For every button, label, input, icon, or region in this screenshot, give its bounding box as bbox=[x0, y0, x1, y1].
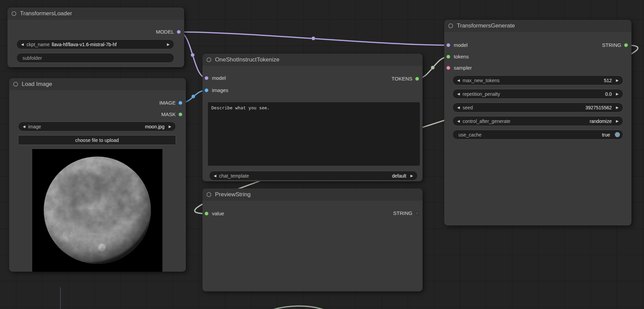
output-slot-string[interactable]: STRING bbox=[393, 209, 423, 217]
combo-right-arrow-icon[interactable]: ▶ bbox=[614, 106, 620, 109]
slot-label: STRING bbox=[393, 210, 412, 216]
slot-label: TOKENS bbox=[392, 76, 412, 81]
output-slot-model[interactable]: MODEL bbox=[156, 28, 184, 36]
image-port-icon[interactable] bbox=[178, 101, 182, 105]
node-title-bar[interactable]: PreviewString bbox=[202, 188, 423, 201]
collapse-dot-icon[interactable] bbox=[12, 11, 16, 16]
widget-label: repetition_penalty bbox=[463, 91, 500, 97]
node-title: TransformersLoader bbox=[20, 10, 72, 17]
widget-value[interactable]: 0.0 bbox=[502, 91, 612, 97]
output-slot-mask[interactable]: MASK bbox=[161, 110, 186, 119]
node-title: PreviewString bbox=[215, 191, 251, 198]
combo-left-arrow-icon[interactable]: ◀ bbox=[456, 92, 461, 96]
output-slot-image[interactable]: IMAGE bbox=[159, 99, 186, 107]
model-port-icon[interactable] bbox=[204, 76, 209, 80]
node-title: TransformersGenerate bbox=[457, 22, 515, 29]
widget-use-cache[interactable]: use_cache true bbox=[452, 130, 623, 140]
sampler-port-icon[interactable] bbox=[446, 66, 450, 70]
widget-label: subfolder bbox=[22, 55, 42, 61]
node-graph-canvas[interactable]: { "colors": { "model_port": "#b39ddb", "… bbox=[0, 0, 644, 309]
tokens-port-icon[interactable] bbox=[415, 77, 419, 81]
combo-right-arrow-icon[interactable]: ▶ bbox=[165, 42, 171, 46]
node-title: OneShotInstructTokenize bbox=[215, 56, 279, 63]
widget-label: chat_template bbox=[219, 173, 249, 179]
wire-midpoint-dot bbox=[431, 66, 435, 70]
input-slot-images[interactable]: images bbox=[202, 86, 228, 94]
node-title-bar[interactable]: Load Image bbox=[9, 78, 186, 90]
widget-value[interactable]: moon.jpg bbox=[42, 124, 164, 129]
node-preview-string[interactable]: PreviewString value STRING bbox=[202, 188, 423, 291]
node-transformers-generate[interactable]: TransformersGenerate model tokens sample… bbox=[444, 20, 631, 225]
node-title: Load Image bbox=[22, 81, 52, 88]
slot-label: STRING bbox=[602, 42, 621, 48]
output-slot-tokens[interactable]: TOKENS bbox=[392, 75, 423, 83]
moon-preview-image bbox=[32, 149, 162, 272]
combo-left-arrow-icon[interactable]: ◀ bbox=[456, 106, 461, 109]
node-title-bar[interactable]: TransformersLoader bbox=[7, 7, 184, 20]
combo-left-arrow-icon[interactable]: ◀ bbox=[456, 78, 461, 82]
widget-chat-template[interactable]: ◀ chat_template default ▶ bbox=[209, 171, 418, 181]
collapse-dot-icon[interactable] bbox=[207, 57, 211, 62]
collapse-dot-icon[interactable] bbox=[448, 23, 453, 28]
wire-midpoint-dot bbox=[312, 37, 315, 40]
combo-left-arrow-icon[interactable]: ◀ bbox=[212, 174, 218, 178]
widget-value[interactable]: randomize bbox=[512, 119, 612, 124]
slot-label: MODEL bbox=[156, 29, 174, 35]
node-oneshot-instruct-tokenize[interactable]: OneShotInstructTokenize model images TOK… bbox=[202, 54, 423, 181]
tokens-port-icon[interactable] bbox=[446, 55, 450, 59]
slot-label: model bbox=[212, 75, 226, 81]
combo-right-arrow-icon[interactable]: ▶ bbox=[167, 125, 173, 128]
widget-value[interactable]: 512 bbox=[501, 78, 612, 83]
node-title-bar[interactable]: OneShotInstructTokenize bbox=[202, 54, 423, 66]
image-port-icon[interactable] bbox=[204, 88, 209, 92]
input-slot-model[interactable]: model bbox=[202, 74, 226, 82]
combo-left-arrow-icon[interactable]: ◀ bbox=[21, 125, 27, 128]
node-transformers-loader[interactable]: TransformersLoader MODEL ◀ ckpt_name lla… bbox=[7, 7, 184, 67]
widget-image-file[interactable]: ◀ image moon.jpg ▶ bbox=[18, 122, 176, 131]
node-title-bar[interactable]: TransformersGenerate bbox=[444, 20, 631, 32]
wire-midpoint-dot bbox=[192, 95, 195, 98]
widget-subfolder[interactable]: subfolder bbox=[16, 53, 174, 63]
value-port-icon[interactable] bbox=[204, 212, 209, 216]
model-port-icon[interactable] bbox=[446, 43, 450, 47]
mask-port-icon[interactable] bbox=[178, 112, 182, 116]
button-label: choose file to upload bbox=[75, 138, 119, 143]
choose-file-button[interactable]: choose file to upload bbox=[18, 135, 176, 145]
string-port-icon[interactable] bbox=[415, 211, 419, 215]
combo-left-arrow-icon[interactable]: ◀ bbox=[20, 42, 25, 46]
input-slot-value[interactable]: value bbox=[202, 210, 224, 218]
input-slot-sampler[interactable]: sampler bbox=[444, 64, 472, 72]
slot-label: value bbox=[212, 211, 224, 216]
node-load-image[interactable]: Load Image IMAGE MASK ◀ image moon.jpg ▶… bbox=[9, 78, 186, 272]
widget-value[interactable]: llava-hf/llava-v1.6-mistral-7b-hf bbox=[52, 42, 165, 47]
widget-value[interactable]: 3927515562 bbox=[474, 105, 612, 110]
collapse-dot-icon[interactable] bbox=[13, 82, 18, 87]
widget-label: control_after_generate bbox=[463, 119, 510, 124]
string-port-icon[interactable] bbox=[624, 43, 628, 47]
prompt-textarea[interactable]: Describe what you see. bbox=[208, 102, 420, 166]
combo-right-arrow-icon[interactable]: ▶ bbox=[614, 119, 620, 123]
widget-value: true bbox=[483, 132, 610, 138]
toggle-on-icon[interactable] bbox=[615, 132, 620, 137]
collapse-dot-icon[interactable] bbox=[207, 192, 211, 197]
widget-repetition-penalty[interactable]: ◀ repetition_penalty 0.0 ▶ bbox=[452, 89, 623, 99]
slot-label: sampler bbox=[454, 65, 472, 71]
widget-label: image bbox=[28, 124, 41, 129]
input-slot-tokens[interactable]: tokens bbox=[444, 53, 469, 61]
input-slot-model[interactable]: model bbox=[444, 41, 468, 49]
combo-right-arrow-icon[interactable]: ▶ bbox=[614, 78, 620, 82]
widget-ckpt-name[interactable]: ◀ ckpt_name llava-hf/llava-v1.6-mistral-… bbox=[16, 39, 174, 49]
widget-value[interactable]: default bbox=[250, 173, 406, 179]
model-port-icon[interactable] bbox=[177, 30, 181, 34]
wire-midpoint-dot bbox=[191, 53, 195, 57]
combo-right-arrow-icon[interactable]: ▶ bbox=[409, 174, 414, 178]
widget-label: ckpt_name bbox=[26, 42, 50, 47]
combo-left-arrow-icon[interactable]: ◀ bbox=[456, 119, 461, 123]
widget-label: use_cache bbox=[458, 132, 482, 138]
combo-right-arrow-icon[interactable]: ▶ bbox=[614, 92, 620, 96]
widget-control-after-generate[interactable]: ◀ control_after_generate randomize ▶ bbox=[452, 116, 623, 126]
widget-seed[interactable]: ◀ seed 3927515562 ▶ bbox=[452, 103, 623, 112]
output-slot-string[interactable]: STRING bbox=[602, 41, 631, 49]
widget-max-new-tokens[interactable]: ◀ max_new_tokens 512 ▶ bbox=[452, 75, 623, 85]
slot-label: MASK bbox=[161, 111, 176, 117]
